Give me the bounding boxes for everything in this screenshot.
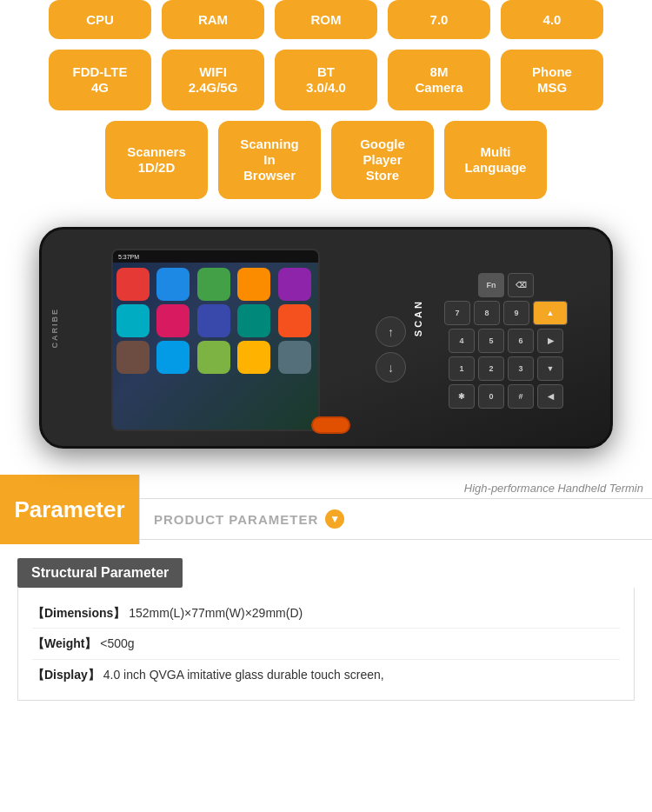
app-icon-5	[278, 268, 311, 301]
struct-header: Structural Parameter	[17, 558, 183, 588]
specs-row-2: FDD-LTE4G WIFI2.4G/5G BT3.0/4.0 8MCamera…	[26, 50, 626, 110]
key-star: ✱	[449, 384, 475, 409]
key-nav-right: ▶	[537, 329, 563, 353]
spec-wifi: WIFI2.4G/5G	[162, 50, 264, 110]
spec-bt: BT3.0/4.0	[275, 50, 377, 110]
struct-key-weight: 【Weight】	[32, 636, 96, 650]
key-8: 8	[474, 301, 500, 325]
key-0: 0	[478, 384, 504, 409]
device-screen: 5:37PM	[111, 249, 320, 431]
spec-cpu: CPU	[49, 0, 151, 39]
key-fn: Fn	[478, 273, 504, 297]
key-backspace: ⌫	[508, 273, 534, 297]
spec-scanners: Scanners1D/2D	[105, 121, 208, 199]
key-3: 3	[508, 356, 534, 381]
device-keypad: Fn ⌫ 7 8 9 ▲ 4 5 6 ▶ 1 2 3 ▼ ✱	[419, 243, 593, 438]
specs-section: CPU RAM ROM 7.0 4.0 FDD-LTE4G WIFI2.4G/5…	[0, 0, 652, 218]
app-icon-13	[197, 341, 230, 374]
product-param-bar: PRODUCT PARAMETER ▼	[140, 498, 652, 540]
struct-val-weight: <500g	[100, 636, 134, 650]
key-nav-left: ◀	[537, 384, 563, 409]
app-icon-3	[197, 268, 230, 301]
struct-key-dimensions: 【Dimensions】	[32, 606, 125, 620]
screen-time: 5:37PM	[118, 254, 139, 260]
app-icon-14	[237, 341, 270, 374]
app-grid	[113, 263, 318, 379]
struct-val-display: 4.0 inch QVGA imitative glass durable to…	[103, 668, 384, 682]
nav-up-btn: ↑	[376, 316, 406, 347]
nav-down-btn: ↓	[376, 352, 406, 383]
key-hash: #	[508, 384, 534, 409]
key-4: 4	[449, 329, 475, 353]
bottom-button[interactable]	[311, 416, 350, 434]
app-icon-11	[116, 341, 150, 374]
key-1: 1	[449, 356, 475, 381]
key-nav-up: ▲	[533, 301, 568, 325]
key-2: 2	[478, 356, 504, 381]
key-row-2: 7 8 9 ▲	[444, 301, 568, 325]
chevron-down-icon: ▼	[325, 509, 344, 529]
key-nav-down: ▼	[537, 356, 563, 381]
app-icon-8	[197, 304, 230, 337]
parameter-label: Parameter	[0, 475, 139, 544]
nav-arrows: ↑ ↓	[376, 316, 406, 383]
key-9: 9	[503, 301, 529, 325]
spec-display: 4.0	[501, 0, 603, 39]
spec-phone-msg: PhoneMSG	[501, 50, 603, 110]
parameter-section: Parameter High-performance Handheld Term…	[0, 475, 652, 544]
spec-android: 7.0	[388, 0, 490, 39]
high-perf-text: High-performance Handheld Termin	[140, 475, 652, 498]
struct-section: Structural Parameter 【Dimensions】 152mm(…	[0, 544, 652, 715]
key-5: 5	[478, 329, 504, 353]
key-6: 6	[508, 329, 534, 353]
brand-label: CARIBE	[50, 308, 59, 349]
app-icon-12	[156, 341, 190, 374]
specs-row-3: Scanners1D/2D ScanningInBrowser GooglePl…	[26, 121, 626, 199]
key-row-1: Fn ⌫	[478, 273, 534, 297]
spec-camera: 8MCamera	[388, 50, 490, 110]
app-icon-6	[116, 304, 150, 337]
key-row-4: 1 2 3 ▼	[449, 356, 563, 381]
spec-rom: ROM	[275, 0, 377, 39]
spec-ram: RAM	[162, 0, 264, 39]
parameter-right: High-performance Handheld Termin PRODUCT…	[139, 475, 652, 544]
struct-table: 【Dimensions】 152mm(L)×77mm(W)×29mm(D) 【W…	[17, 588, 635, 701]
spec-scanning-browser: ScanningInBrowser	[218, 121, 321, 199]
specs-row-1: CPU RAM ROM 7.0 4.0	[26, 0, 626, 39]
app-icon-1	[116, 268, 150, 301]
app-icon-4	[237, 268, 270, 301]
device-body: CARIBE 5:37PM	[39, 227, 613, 449]
screen-status-bar: 5:37PM	[113, 250, 318, 263]
app-icon-15	[278, 341, 311, 374]
struct-row-weight: 【Weight】 <500g	[32, 629, 620, 659]
parameter-title: Parameter	[14, 496, 124, 523]
app-icon-2	[156, 268, 190, 301]
key-row-3: 4 5 6 ▶	[449, 329, 563, 353]
app-icon-7	[156, 304, 190, 337]
key-7: 7	[444, 301, 470, 325]
spec-multi-language: MultiLanguage	[444, 121, 547, 199]
struct-key-display: 【Display】	[32, 668, 100, 682]
device-section: CARIBE 5:37PM	[0, 218, 652, 466]
app-icon-9	[237, 304, 270, 337]
key-row-5: ✱ 0 # ◀	[449, 384, 563, 409]
spec-fdd-lte: FDD-LTE4G	[49, 50, 151, 110]
product-param-text: PRODUCT PARAMETER	[154, 512, 318, 527]
struct-row-dimensions: 【Dimensions】 152mm(L)×77mm(W)×29mm(D)	[32, 598, 620, 629]
struct-row-display: 【Display】 4.0 inch QVGA imitative glass …	[32, 660, 620, 689]
spec-google-player: GooglePlayerStore	[331, 121, 434, 199]
struct-val-dimensions: 152mm(L)×77mm(W)×29mm(D)	[129, 606, 303, 620]
app-icon-10	[278, 304, 311, 337]
